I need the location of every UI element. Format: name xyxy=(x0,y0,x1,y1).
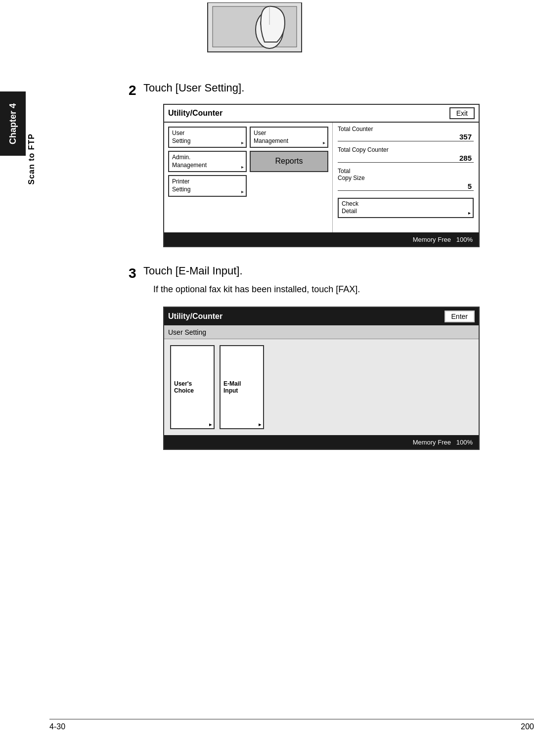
step-2-container: 2 Touch [User Setting]. xyxy=(129,82,244,98)
finger-illustration xyxy=(178,2,331,74)
user-setting-button[interactable]: UserSetting xyxy=(168,127,247,148)
screen1-right-panel: Total Counter 357 Total Copy Counter 285… xyxy=(332,123,479,232)
step-3-container: 3 Touch [E-Mail Input]. xyxy=(129,265,243,281)
step-3-note: If the optional fax kit has been install… xyxy=(153,284,360,295)
screen1-footer: Memory Free 100% xyxy=(164,232,479,246)
chapter-label: Chapter 4 xyxy=(8,103,18,144)
total-counter-label: Total Counter xyxy=(338,126,474,133)
total-copy-counter-row: Total Copy Counter 285 xyxy=(338,146,474,164)
user-management-button[interactable]: UserManagement xyxy=(250,127,328,148)
screen2-header: Utility/Counter Enter xyxy=(164,308,479,325)
reports-button[interactable]: Reports xyxy=(250,151,328,172)
total-copy-size-row: TotalCopy Size 5 xyxy=(338,168,474,193)
printer-setting-button[interactable]: PrinterSetting xyxy=(168,175,247,196)
screen1-body: UserSetting UserManagement Admin.Managem… xyxy=(164,123,479,232)
chapter-tab: Chapter 4 xyxy=(0,91,26,156)
enter-button[interactable]: Enter xyxy=(445,311,475,322)
total-copy-counter-label: Total Copy Counter xyxy=(338,146,474,153)
total-copy-size-label: TotalCopy Size xyxy=(338,168,474,182)
total-copy-counter-value: 285 xyxy=(338,154,474,163)
screen2-memory-text: Memory Free 100% xyxy=(413,439,473,446)
page-number-left: 4-30 xyxy=(49,722,65,731)
screen1: Utility/Counter Exit UserSetting UserMan… xyxy=(163,104,480,247)
screen2-subheader-text: User Setting xyxy=(168,328,206,336)
users-choice-button[interactable]: User'sChoice xyxy=(170,345,215,429)
screen2-subheader: User Setting xyxy=(164,325,479,339)
check-detail-button[interactable]: CheckDetail xyxy=(338,198,474,218)
step-3-text: Touch [E-Mail Input]. xyxy=(143,265,243,277)
exit-button[interactable]: Exit xyxy=(449,107,475,119)
screen1-memory-value: 100% xyxy=(456,236,473,243)
screen2-title: Utility/Counter xyxy=(168,312,222,321)
page-number-right: 200 xyxy=(521,722,534,731)
screen2: Utility/Counter Enter User Setting User'… xyxy=(163,307,480,450)
screen2-body: User'sChoice E-MailInput xyxy=(164,339,479,435)
admin-management-button[interactable]: Admin.Management xyxy=(168,151,247,172)
page-footer: 4-30 200 xyxy=(49,719,534,731)
step-2-text: Touch [User Setting]. xyxy=(143,82,244,94)
email-input-button[interactable]: E-MailInput xyxy=(220,345,264,429)
screen2-footer: Memory Free 100% xyxy=(164,435,479,449)
sidebar-label: Scan to FTP xyxy=(27,133,36,184)
screen1-title: Utility/Counter xyxy=(168,109,222,118)
screen2-memory-value: 100% xyxy=(456,439,473,446)
step-3-number: 3 xyxy=(129,266,136,281)
screen1-memory-text: Memory Free 100% xyxy=(413,236,473,243)
screen1-header: Utility/Counter Exit xyxy=(164,105,479,123)
total-copy-size-value: 5 xyxy=(338,182,474,191)
total-counter-row: Total Counter 357 xyxy=(338,126,474,143)
sidebar-text: Scan to FTP xyxy=(27,133,36,184)
total-counter-value: 357 xyxy=(338,133,474,141)
screen1-left-panel: UserSetting UserManagement Admin.Managem… xyxy=(164,123,332,232)
step-2-number: 2 xyxy=(129,83,136,98)
